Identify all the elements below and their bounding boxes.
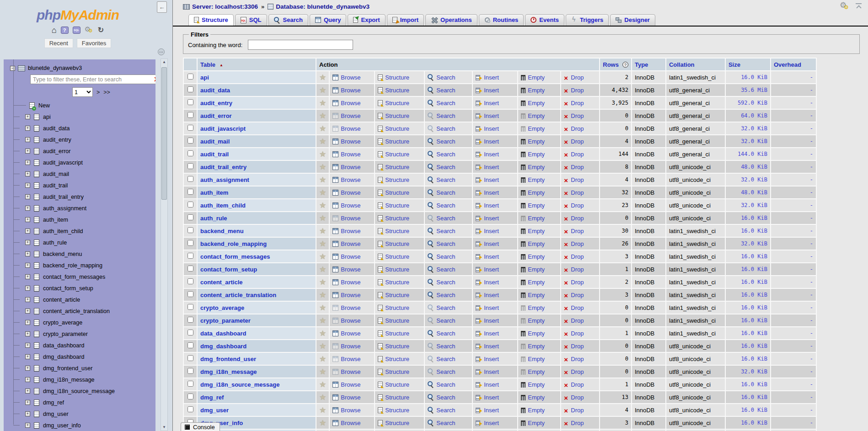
favorite-star-icon[interactable]: ★ <box>319 367 326 376</box>
row-checkbox[interactable] <box>188 214 193 220</box>
tab-search[interactable]: Search <box>268 14 308 26</box>
row-checkbox[interactable] <box>188 291 193 297</box>
scroll-up-icon[interactable]: ▲ <box>161 59 167 65</box>
structure-link[interactable]: Structure <box>385 356 409 362</box>
structure-link[interactable]: Structure <box>385 343 409 350</box>
tree-table-item-dmg_dashboard[interactable]: + dmg_dashboard <box>4 351 155 362</box>
row-checkbox[interactable] <box>188 227 193 233</box>
search-link[interactable]: Search <box>436 138 455 145</box>
tree-table-item-contact_form_setup[interactable]: + contact_form_setup <box>4 282 155 294</box>
table-name-link[interactable]: dmg_i18n_message <box>200 368 257 375</box>
tree-page-next[interactable]: > <box>96 89 100 96</box>
structure-link[interactable]: Structure <box>385 317 409 324</box>
favorite-star-icon[interactable]: ★ <box>319 265 326 274</box>
drop-link[interactable]: Drop <box>571 240 584 247</box>
search-link[interactable]: Search <box>436 266 455 273</box>
tree-table-item-dmg_user_info[interactable]: + dmg_user_info <box>4 420 155 431</box>
search-link[interactable]: Search <box>436 343 455 350</box>
tree-table-item-auth_item_child[interactable]: + auth_item_child <box>4 225 155 237</box>
structure-link[interactable]: Structure <box>385 330 409 337</box>
expand-icon[interactable]: + <box>25 251 30 256</box>
tree-item-new[interactable]: New <box>4 100 155 111</box>
empty-link[interactable]: Empty <box>528 356 545 362</box>
empty-link[interactable]: Empty <box>528 304 545 311</box>
tree-table-item-backend_menu[interactable]: + backend_menu <box>4 248 155 260</box>
favorite-star-icon[interactable]: ★ <box>319 112 326 120</box>
favorite-star-icon[interactable]: ★ <box>319 86 326 95</box>
expand-icon[interactable]: + <box>25 331 30 336</box>
row-checkbox[interactable] <box>188 202 193 208</box>
row-checkbox[interactable] <box>188 138 193 144</box>
search-link[interactable]: Search <box>436 253 455 260</box>
search-link[interactable]: Search <box>436 228 455 234</box>
sort-by-collation-link[interactable]: Collation <box>669 61 695 68</box>
tree-table-item-content_article[interactable]: + content_article <box>4 294 155 305</box>
tree-table-item-dmg_ref[interactable]: + dmg_ref <box>4 397 155 408</box>
tree-page-select[interactable]: 1 <box>72 87 93 97</box>
structure-link[interactable]: Structure <box>385 407 409 414</box>
sort-by-overhead-link[interactable]: Overhead <box>774 61 801 68</box>
table-name-link[interactable]: audit_data <box>200 87 230 94</box>
insert-link[interactable]: Insert <box>484 253 499 260</box>
row-checkbox[interactable] <box>188 74 193 80</box>
browse-link[interactable]: Browse <box>341 164 360 170</box>
insert-link[interactable]: Insert <box>484 407 499 414</box>
structure-link[interactable]: Structure <box>385 368 409 375</box>
row-checkbox[interactable] <box>188 99 193 105</box>
expand-icon[interactable]: + <box>25 263 30 268</box>
rows-help-icon[interactable]: ? <box>622 62 628 68</box>
browse-link[interactable]: Browse <box>341 407 360 414</box>
expand-icon[interactable]: + <box>25 126 30 131</box>
phpmyadmin-logo[interactable]: phpMyAdmin <box>0 0 155 23</box>
drop-link[interactable]: Drop <box>571 317 584 324</box>
browse-link[interactable]: Browse <box>341 215 360 222</box>
page-settings-icon[interactable]: ⚙⚙ <box>840 2 850 11</box>
tab-operations[interactable]: Operations <box>425 14 477 26</box>
table-name-link[interactable]: audit_trail_entry <box>200 164 246 170</box>
tree-table-item-backend_role_mapping[interactable]: + backend_role_mapping <box>4 260 155 271</box>
structure-link[interactable]: Structure <box>385 253 409 260</box>
tree-table-item-audit_mail[interactable]: + audit_mail <box>4 168 155 180</box>
empty-link[interactable]: Empty <box>528 100 545 106</box>
table-name-link[interactable]: content_article_translation <box>200 292 276 298</box>
table-name-link[interactable]: auth_item <box>200 189 228 196</box>
search-link[interactable]: Search <box>436 100 455 106</box>
resize-handle-icon[interactable] <box>158 48 165 55</box>
row-checkbox[interactable] <box>188 176 193 182</box>
console-bar[interactable]: Console <box>181 422 220 431</box>
drop-link[interactable]: Drop <box>571 292 584 298</box>
expand-icon[interactable]: + <box>25 320 30 325</box>
insert-link[interactable]: Insert <box>484 164 499 170</box>
empty-link[interactable]: Empty <box>528 253 545 260</box>
structure-link[interactable]: Structure <box>385 240 409 247</box>
search-link[interactable]: Search <box>436 420 455 426</box>
insert-link[interactable]: Insert <box>484 100 499 106</box>
structure-link[interactable]: Structure <box>385 87 409 94</box>
table-name-link[interactable]: audit_error <box>200 112 232 119</box>
empty-link[interactable]: Empty <box>528 87 545 94</box>
expand-icon[interactable]: + <box>25 400 30 405</box>
expand-icon[interactable]: + <box>25 309 30 314</box>
favorite-star-icon[interactable]: ★ <box>319 291 326 299</box>
expand-icon[interactable]: + <box>25 240 30 245</box>
insert-link[interactable]: Insert <box>484 266 499 273</box>
insert-link[interactable]: Insert <box>484 317 499 324</box>
empty-link[interactable]: Empty <box>528 343 545 350</box>
expand-icon[interactable]: + <box>25 411 30 416</box>
collapse-navigation-button[interactable]: ← <box>157 1 167 13</box>
structure-link[interactable]: Structure <box>385 381 409 388</box>
drop-link[interactable]: Drop <box>571 151 584 158</box>
empty-link[interactable]: Empty <box>528 176 545 183</box>
drop-link[interactable]: Drop <box>571 356 584 362</box>
row-checkbox[interactable] <box>188 266 193 271</box>
empty-link[interactable]: Empty <box>528 240 545 247</box>
tab-designer[interactable]: Designer <box>610 14 655 26</box>
favorite-star-icon[interactable]: ★ <box>319 124 326 133</box>
tab-routines[interactable]: Routines <box>479 14 524 26</box>
browse-link[interactable]: Browse <box>341 266 360 273</box>
table-name-link[interactable]: dmg_frontend_user <box>200 356 256 362</box>
structure-link[interactable]: Structure <box>385 74 409 81</box>
favorite-star-icon[interactable]: ★ <box>319 214 326 223</box>
breadcrumb-server[interactable]: Server: localhost:3306 <box>192 3 258 10</box>
empty-link[interactable]: Empty <box>528 138 545 145</box>
